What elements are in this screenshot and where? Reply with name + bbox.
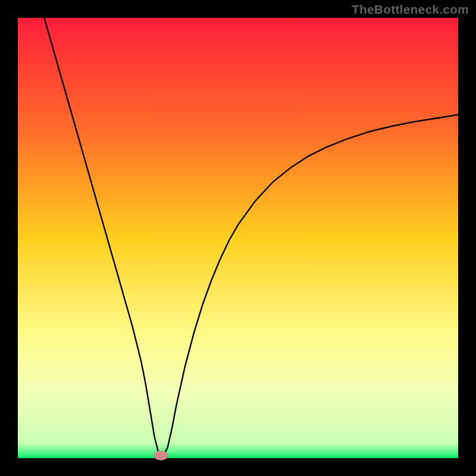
plot-background — [18, 18, 458, 458]
optimal-marker — [154, 450, 168, 460]
chart-stage: TheBottleneck.com — [0, 0, 476, 476]
bottleneck-chart — [0, 0, 476, 476]
watermark-text: TheBottleneck.com — [352, 2, 469, 17]
